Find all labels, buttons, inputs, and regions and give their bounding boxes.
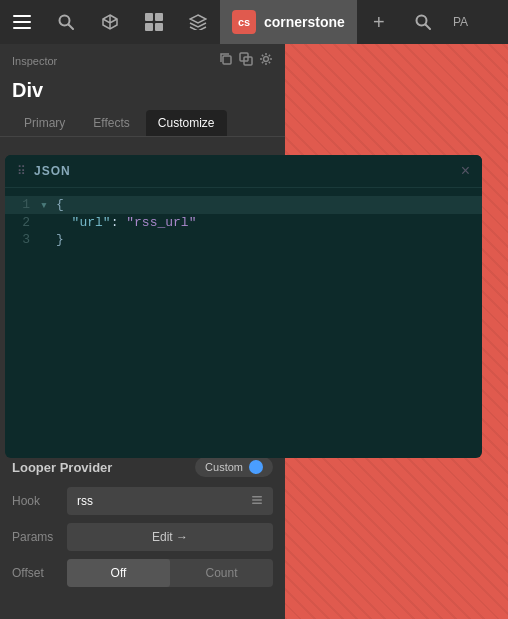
add-button[interactable]: + bbox=[357, 0, 401, 44]
json-line-2: 2 "url": "rss_url" bbox=[5, 214, 482, 231]
toggle-dot bbox=[249, 460, 263, 474]
hook-input[interactable]: rss bbox=[67, 487, 273, 515]
line-toggle-2 bbox=[40, 215, 52, 230]
toolbar: cs cornerstone + PA bbox=[0, 0, 508, 44]
line-number-3: 3 bbox=[5, 232, 40, 247]
svg-line-10 bbox=[425, 25, 430, 30]
layers-icon[interactable] bbox=[176, 0, 220, 44]
grid-icon[interactable] bbox=[132, 0, 176, 44]
offset-off-button[interactable]: Off bbox=[67, 559, 170, 587]
brand-logo: cs bbox=[232, 10, 256, 34]
json-editor[interactable]: 1 ▾ { 2 "url": "rss_url" 3 } bbox=[5, 188, 482, 458]
dropdown-icon bbox=[251, 493, 263, 509]
looper-title: Looper Provider bbox=[12, 460, 112, 475]
svg-rect-8 bbox=[155, 23, 163, 31]
edit-button[interactable]: Edit → bbox=[67, 523, 273, 551]
tabs: Primary Effects Customize bbox=[0, 110, 285, 137]
json-panel: ⠿ JSON × 1 ▾ { 2 "url": "rss_url" 3 } bbox=[5, 155, 482, 458]
duplicate-icon[interactable] bbox=[239, 52, 253, 69]
settings-icon[interactable] bbox=[259, 52, 273, 69]
drag-icon[interactable]: ⠿ bbox=[17, 164, 26, 178]
offset-row: Offset Off Count bbox=[12, 559, 273, 587]
json-close-button[interactable]: × bbox=[461, 163, 470, 179]
custom-label: Custom bbox=[205, 461, 243, 473]
inspector-actions bbox=[219, 52, 273, 69]
svg-point-14 bbox=[264, 57, 269, 62]
line-number-2: 2 bbox=[5, 215, 40, 230]
svg-rect-16 bbox=[252, 499, 262, 501]
brand-name: cornerstone bbox=[264, 14, 345, 30]
offset-count-button[interactable]: Count bbox=[170, 559, 273, 587]
svg-rect-15 bbox=[252, 496, 262, 498]
json-header: ⠿ JSON × bbox=[5, 155, 482, 188]
search-icon-right[interactable] bbox=[401, 0, 445, 44]
line-content-1: { bbox=[56, 197, 482, 212]
line-toggle-3 bbox=[40, 232, 52, 247]
cube-icon[interactable] bbox=[88, 0, 132, 44]
svg-rect-2 bbox=[13, 27, 31, 29]
json-line-3: 3 } bbox=[5, 231, 482, 248]
svg-rect-1 bbox=[13, 21, 31, 23]
inspector-title: Div bbox=[0, 77, 285, 110]
line-toggle-1[interactable]: ▾ bbox=[40, 197, 52, 213]
custom-badge[interactable]: Custom bbox=[195, 457, 273, 477]
inspector-header: Inspector bbox=[0, 44, 285, 77]
tab-primary[interactable]: Primary bbox=[12, 110, 77, 136]
params-label: Params bbox=[12, 530, 67, 544]
line-number-1: 1 bbox=[5, 197, 40, 212]
hook-label: Hook bbox=[12, 494, 67, 508]
svg-rect-6 bbox=[155, 13, 163, 21]
json-line-1: 1 ▾ { bbox=[5, 196, 482, 214]
json-header-left: ⠿ JSON bbox=[17, 164, 71, 178]
svg-rect-17 bbox=[252, 503, 262, 505]
offset-label: Offset bbox=[12, 566, 67, 580]
line-content-3: } bbox=[56, 232, 482, 247]
brand-button[interactable]: cs cornerstone bbox=[220, 0, 357, 44]
svg-line-4 bbox=[69, 25, 74, 30]
search-icon[interactable] bbox=[44, 0, 88, 44]
tab-customize[interactable]: Customize bbox=[146, 110, 227, 136]
json-title: JSON bbox=[34, 164, 71, 178]
svg-rect-0 bbox=[13, 15, 31, 17]
tab-effects[interactable]: Effects bbox=[81, 110, 141, 136]
inspector-label: Inspector bbox=[12, 55, 57, 67]
copy-icon[interactable] bbox=[219, 52, 233, 69]
svg-rect-5 bbox=[145, 13, 153, 21]
svg-rect-11 bbox=[223, 56, 231, 64]
looper-section: Looper Provider Custom Hook rss bbox=[0, 447, 285, 605]
params-row: Params Edit → bbox=[12, 523, 273, 551]
pa-label: PA bbox=[445, 15, 476, 29]
hook-value: rss bbox=[77, 494, 93, 508]
line-content-2: "url": "rss_url" bbox=[56, 215, 482, 230]
offset-toggle: Off Count bbox=[67, 559, 273, 587]
hook-row: Hook rss bbox=[12, 487, 273, 515]
list-icon[interactable] bbox=[0, 0, 44, 44]
svg-rect-7 bbox=[145, 23, 153, 31]
